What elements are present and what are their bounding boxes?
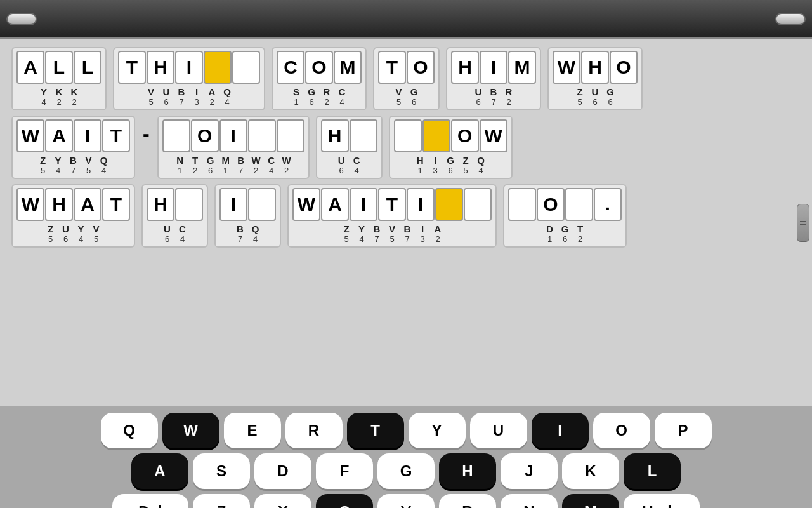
hint-number: 4: [249, 234, 263, 244]
hint-num-row: 64: [160, 234, 190, 244]
key-w[interactable]: W: [162, 413, 219, 448]
key-b[interactable]: B: [439, 494, 496, 508]
key-r[interactable]: R: [285, 413, 343, 448]
letter-tile[interactable]: [394, 119, 422, 152]
word-group: O.DGT162: [503, 184, 627, 248]
scroll-handle[interactable]: [797, 204, 809, 242]
letter-tile[interactable]: A: [45, 119, 73, 152]
letter-tile[interactable]: O: [610, 51, 638, 84]
letter-tile[interactable]: H: [581, 51, 609, 84]
key-p[interactable]: P: [655, 413, 712, 448]
key-f[interactable]: F: [316, 453, 373, 489]
letter-tile[interactable]: A: [74, 188, 102, 221]
key-k[interactable]: K: [562, 453, 619, 489]
letter-tile[interactable]: A: [321, 188, 349, 221]
letter-row: OI: [162, 119, 304, 152]
letter-tile[interactable]: L: [74, 51, 102, 84]
letter-tile[interactable]: .: [594, 188, 622, 221]
letter-tile[interactable]: [565, 188, 593, 221]
menu-button[interactable]: [775, 13, 806, 25]
letter-tile[interactable]: H: [147, 188, 174, 221]
key-x[interactable]: X: [254, 494, 311, 508]
letter-tile[interactable]: T: [102, 188, 130, 221]
key-undo[interactable]: Undo: [624, 494, 700, 508]
letter-tile[interactable]: [248, 119, 276, 152]
back-button[interactable]: [6, 13, 37, 25]
letter-tile[interactable]: [464, 188, 492, 221]
letter-tile[interactable]: [204, 51, 232, 84]
letter-tile[interactable]: I: [407, 188, 435, 221]
hint-letter: U: [588, 86, 602, 97]
hint-letter: R: [320, 86, 334, 97]
letter-tile[interactable]: C: [277, 51, 304, 84]
key-d[interactable]: D: [254, 453, 311, 489]
letter-tile[interactable]: O: [407, 51, 435, 84]
letter-tile[interactable]: T: [118, 51, 146, 84]
letter-tile[interactable]: W: [553, 51, 580, 84]
letter-tile[interactable]: [350, 119, 377, 152]
letter-tile[interactable]: W: [480, 119, 508, 152]
key-u[interactable]: U: [470, 413, 527, 448]
letter-tile[interactable]: H: [147, 51, 174, 84]
letter-tile[interactable]: I: [480, 51, 508, 84]
key-o[interactable]: O: [593, 413, 650, 448]
keyboard-row-2: DelZXCVBNMUndo: [9, 494, 803, 508]
key-j[interactable]: J: [501, 453, 558, 489]
letter-tile[interactable]: H: [45, 188, 73, 221]
letter-tile[interactable]: [248, 188, 276, 221]
key-h[interactable]: H: [439, 453, 496, 489]
letter-tile[interactable]: W: [292, 188, 320, 221]
key-y[interactable]: Y: [409, 413, 466, 448]
letter-tile[interactable]: W: [16, 188, 44, 221]
letter-tile[interactable]: [162, 119, 190, 152]
letter-tile[interactable]: L: [45, 51, 73, 84]
hint-number: 5: [44, 234, 58, 244]
letter-tile[interactable]: A: [16, 51, 44, 84]
letter-row: HIM: [451, 51, 536, 84]
letter-tile[interactable]: [508, 188, 536, 221]
key-m[interactable]: M: [562, 494, 619, 508]
key-g[interactable]: G: [377, 453, 435, 489]
key-c[interactable]: C: [316, 494, 373, 508]
letter-tile[interactable]: H: [321, 119, 349, 152]
letter-row: WAIT: [16, 119, 130, 152]
key-i[interactable]: I: [532, 413, 589, 448]
letter-tile[interactable]: I: [219, 188, 247, 221]
letter-tile[interactable]: T: [378, 188, 406, 221]
hint-letter: Z: [36, 155, 50, 166]
key-l[interactable]: L: [624, 453, 681, 489]
letter-tile[interactable]: [232, 51, 260, 84]
letter-tile[interactable]: O: [537, 188, 565, 221]
letter-tile[interactable]: O: [191, 119, 219, 152]
letter-tile[interactable]: M: [334, 51, 362, 84]
letter-tile[interactable]: [422, 119, 450, 152]
letter-tile[interactable]: W: [16, 119, 44, 152]
letter-tile[interactable]: [435, 188, 463, 221]
hint-number: 2: [431, 234, 445, 244]
hint-letter: C: [335, 86, 349, 97]
letter-tile[interactable]: I: [350, 188, 377, 221]
hint-letter: B: [234, 155, 248, 166]
letter-tile[interactable]: T: [102, 119, 130, 152]
key-t[interactable]: T: [347, 413, 404, 448]
hint-letter: Z: [573, 86, 587, 97]
letter-tile[interactable]: O: [451, 119, 479, 152]
letter-tile[interactable]: I: [219, 119, 247, 152]
key-del[interactable]: Del: [112, 494, 188, 508]
key-s[interactable]: S: [193, 453, 250, 489]
key-n[interactable]: N: [501, 494, 558, 508]
key-e[interactable]: E: [224, 413, 281, 448]
letter-tile[interactable]: [277, 119, 304, 152]
key-a[interactable]: A: [131, 453, 188, 489]
letter-tile[interactable]: I: [74, 119, 102, 152]
letter-tile[interactable]: H: [451, 51, 479, 84]
letter-tile[interactable]: O: [305, 51, 333, 84]
letter-tile[interactable]: [175, 188, 203, 221]
hint-number: 6: [443, 166, 457, 175]
key-v[interactable]: V: [377, 494, 435, 508]
letter-tile[interactable]: I: [175, 51, 203, 84]
letter-tile[interactable]: T: [378, 51, 406, 84]
key-q[interactable]: Q: [101, 413, 158, 448]
key-z[interactable]: Z: [193, 494, 250, 508]
letter-tile[interactable]: M: [508, 51, 536, 84]
